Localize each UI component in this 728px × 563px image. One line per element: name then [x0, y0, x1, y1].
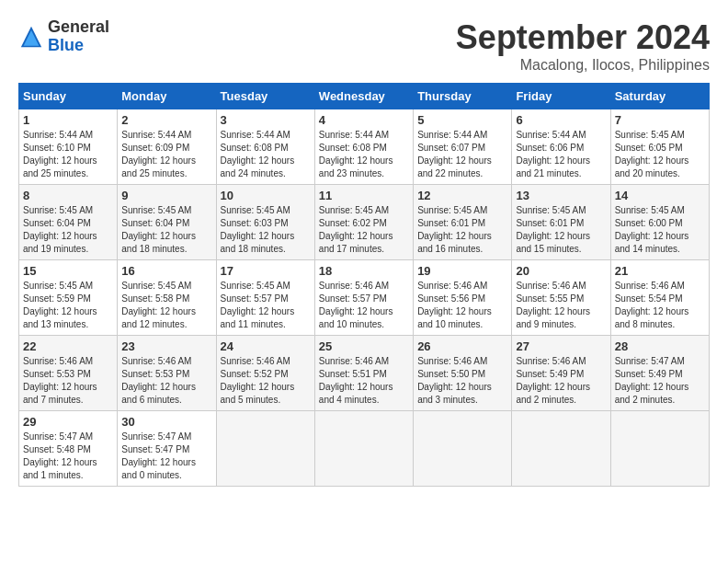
header-thursday: Thursday [414, 84, 512, 109]
day-number: 18 [319, 264, 409, 278]
day-number: 28 [615, 339, 705, 353]
day-number: 11 [319, 189, 409, 202]
day-number: 19 [417, 264, 507, 278]
day-info: Sunrise: 5:46 AMSunset: 5:56 PMDaylight:… [417, 280, 507, 331]
calendar-cell: 20Sunrise: 5:46 AMSunset: 5:55 PMDayligh… [512, 260, 610, 336]
day-number: 26 [417, 339, 507, 353]
calendar-cell: 3Sunrise: 5:44 AMSunset: 6:08 PMDaylight… [216, 109, 314, 185]
calendar-cell: 27Sunrise: 5:46 AMSunset: 5:49 PMDayligh… [512, 336, 610, 411]
location-title: Macalong, Ilocos, Philippines [456, 57, 710, 74]
calendar-cell [610, 411, 709, 487]
day-info: Sunrise: 5:46 AMSunset: 5:57 PMDaylight:… [319, 280, 409, 331]
header-saturday: Saturday [610, 84, 709, 109]
day-info: Sunrise: 5:45 AMSunset: 6:04 PMDaylight:… [23, 204, 113, 256]
day-info: Sunrise: 5:45 AMSunset: 5:59 PMDaylight:… [23, 280, 113, 331]
title-area: September 2024 Macalong, Ilocos, Philipp… [456, 18, 710, 74]
calendar-cell: 26Sunrise: 5:46 AMSunset: 5:50 PMDayligh… [414, 336, 512, 411]
day-number: 2 [121, 113, 211, 127]
day-info: Sunrise: 5:47 AMSunset: 5:49 PMDaylight:… [615, 355, 705, 407]
day-number: 9 [121, 189, 211, 202]
day-info: Sunrise: 5:44 AMSunset: 6:10 PMDaylight:… [23, 129, 113, 180]
day-info: Sunrise: 5:45 AMSunset: 6:01 PMDaylight:… [417, 204, 507, 256]
calendar-cell: 16Sunrise: 5:45 AMSunset: 5:58 PMDayligh… [118, 260, 216, 336]
day-number: 22 [23, 339, 113, 353]
calendar-cell: 29Sunrise: 5:47 AMSunset: 5:48 PMDayligh… [19, 411, 118, 487]
calendar-cell: 2Sunrise: 5:44 AMSunset: 6:09 PMDaylight… [118, 109, 216, 185]
day-number: 24 [221, 339, 311, 353]
calendar-cell: 7Sunrise: 5:45 AMSunset: 6:05 PMDaylight… [610, 109, 709, 185]
day-info: Sunrise: 5:46 AMSunset: 5:53 PMDaylight:… [121, 355, 211, 407]
day-info: Sunrise: 5:44 AMSunset: 6:09 PMDaylight:… [121, 129, 211, 180]
calendar-cell: 11Sunrise: 5:45 AMSunset: 6:02 PMDayligh… [314, 185, 413, 260]
calendar-week-row: 15Sunrise: 5:45 AMSunset: 5:59 PMDayligh… [19, 260, 710, 336]
month-title: September 2024 [456, 18, 710, 57]
calendar-cell: 19Sunrise: 5:46 AMSunset: 5:56 PMDayligh… [414, 260, 512, 336]
day-info: Sunrise: 5:45 AMSunset: 5:57 PMDaylight:… [221, 280, 311, 331]
day-info: Sunrise: 5:45 AMSunset: 6:05 PMDaylight:… [615, 129, 705, 180]
day-info: Sunrise: 5:46 AMSunset: 5:54 PMDaylight:… [615, 280, 705, 331]
day-number: 20 [516, 264, 606, 278]
calendar-cell: 15Sunrise: 5:45 AMSunset: 5:59 PMDayligh… [19, 260, 118, 336]
day-info: Sunrise: 5:45 AMSunset: 6:01 PMDaylight:… [516, 204, 606, 256]
logo-icon [18, 24, 44, 50]
calendar-cell: 6Sunrise: 5:44 AMSunset: 6:06 PMDaylight… [512, 109, 610, 185]
day-number: 3 [221, 113, 311, 127]
calendar-cell [314, 411, 413, 487]
header-wednesday: Wednesday [314, 84, 413, 109]
day-number: 14 [615, 189, 705, 202]
calendar-week-row: 22Sunrise: 5:46 AMSunset: 5:53 PMDayligh… [19, 336, 710, 411]
calendar-cell: 21Sunrise: 5:46 AMSunset: 5:54 PMDayligh… [610, 260, 709, 336]
header-monday: Monday [118, 84, 216, 109]
calendar-cell [414, 411, 512, 487]
day-number: 12 [417, 189, 507, 202]
day-info: Sunrise: 5:47 AMSunset: 5:48 PMDaylight:… [23, 431, 113, 482]
day-number: 25 [319, 339, 409, 353]
day-number: 21 [615, 264, 705, 278]
calendar-cell: 10Sunrise: 5:45 AMSunset: 6:03 PMDayligh… [216, 185, 314, 260]
calendar-week-row: 1Sunrise: 5:44 AMSunset: 6:10 PMDaylight… [19, 109, 710, 185]
logo: General Blue [18, 18, 109, 55]
day-number: 10 [221, 189, 311, 202]
day-number: 27 [516, 339, 606, 353]
day-number: 13 [516, 189, 606, 202]
day-number: 15 [23, 264, 113, 278]
calendar-week-row: 8Sunrise: 5:45 AMSunset: 6:04 PMDaylight… [19, 185, 710, 260]
day-info: Sunrise: 5:46 AMSunset: 5:51 PMDaylight:… [319, 355, 409, 407]
day-number: 17 [221, 264, 311, 278]
logo-text: General Blue [48, 18, 109, 55]
day-info: Sunrise: 5:45 AMSunset: 6:04 PMDaylight:… [121, 204, 211, 256]
day-number: 5 [417, 113, 507, 127]
calendar-cell: 22Sunrise: 5:46 AMSunset: 5:53 PMDayligh… [19, 336, 118, 411]
header-tuesday: Tuesday [216, 84, 314, 109]
calendar-cell [512, 411, 610, 487]
day-info: Sunrise: 5:44 AMSunset: 6:07 PMDaylight:… [417, 129, 507, 180]
day-info: Sunrise: 5:46 AMSunset: 5:50 PMDaylight:… [417, 355, 507, 407]
calendar-cell: 8Sunrise: 5:45 AMSunset: 6:04 PMDaylight… [19, 185, 118, 260]
day-number: 1 [23, 113, 113, 127]
calendar-cell: 5Sunrise: 5:44 AMSunset: 6:07 PMDaylight… [414, 109, 512, 185]
calendar-cell: 18Sunrise: 5:46 AMSunset: 5:57 PMDayligh… [314, 260, 413, 336]
calendar-cell [216, 411, 314, 487]
header-sunday: Sunday [19, 84, 118, 109]
header-friday: Friday [512, 84, 610, 109]
calendar-cell: 9Sunrise: 5:45 AMSunset: 6:04 PMDaylight… [118, 185, 216, 260]
day-info: Sunrise: 5:45 AMSunset: 6:02 PMDaylight:… [319, 204, 409, 256]
day-number: 7 [615, 113, 705, 127]
calendar-table: Sunday Monday Tuesday Wednesday Thursday… [18, 83, 710, 487]
calendar-cell: 28Sunrise: 5:47 AMSunset: 5:49 PMDayligh… [610, 336, 709, 411]
day-number: 16 [121, 264, 211, 278]
calendar-cell: 14Sunrise: 5:45 AMSunset: 6:00 PMDayligh… [610, 185, 709, 260]
day-info: Sunrise: 5:46 AMSunset: 5:49 PMDaylight:… [516, 355, 606, 407]
day-number: 4 [319, 113, 409, 127]
day-number: 29 [23, 415, 113, 429]
day-info: Sunrise: 5:44 AMSunset: 6:08 PMDaylight:… [221, 129, 311, 180]
calendar-week-row: 29Sunrise: 5:47 AMSunset: 5:48 PMDayligh… [19, 411, 710, 487]
calendar-cell: 13Sunrise: 5:45 AMSunset: 6:01 PMDayligh… [512, 185, 610, 260]
logo-general: General [48, 17, 109, 36]
day-info: Sunrise: 5:46 AMSunset: 5:52 PMDaylight:… [221, 355, 311, 407]
calendar-cell: 23Sunrise: 5:46 AMSunset: 5:53 PMDayligh… [118, 336, 216, 411]
day-number: 30 [121, 415, 211, 429]
day-number: 6 [516, 113, 606, 127]
weekday-header-row: Sunday Monday Tuesday Wednesday Thursday… [19, 84, 710, 109]
day-info: Sunrise: 5:44 AMSunset: 6:08 PMDaylight:… [319, 129, 409, 180]
